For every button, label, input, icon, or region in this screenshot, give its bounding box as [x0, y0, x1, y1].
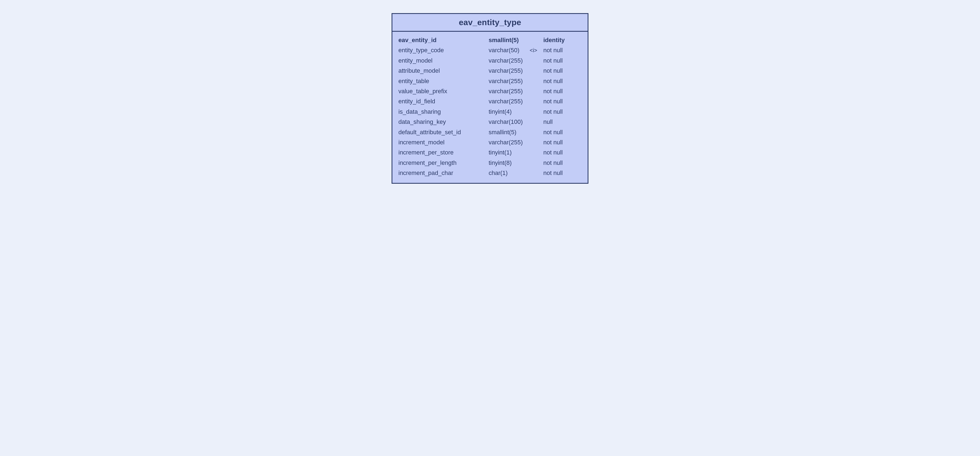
db-column-type: varchar(100)	[488, 117, 530, 127]
db-column-type: char(1)	[488, 168, 530, 178]
db-column-name: entity_id_field	[398, 96, 488, 106]
db-column-name: increment_per_store	[398, 147, 488, 157]
db-column-nullability: not null	[543, 158, 582, 168]
db-column-nullability: not null	[543, 86, 582, 96]
db-column-name: default_attribute_set_id	[398, 127, 488, 137]
db-column-nullability: identity	[543, 35, 582, 45]
db-column-type: varchar(255)	[488, 86, 530, 96]
db-column-name: increment_per_length	[398, 158, 488, 168]
db-column-type: smallint(5)	[488, 127, 530, 137]
db-column-name: entity_type_code	[398, 45, 488, 55]
db-column-name: eav_entity_id	[398, 35, 488, 45]
db-column-row: increment_pad_char char(1) not null	[398, 168, 582, 178]
db-column-row: entity_type_code varchar(50) <i> not nul…	[398, 45, 582, 55]
db-column-name: increment_model	[398, 137, 488, 147]
db-column-name: entity_table	[398, 76, 488, 86]
db-column-row: data_sharing_key varchar(100) null	[398, 117, 582, 127]
db-column-row: is_data_sharing tinyint(4) not null	[398, 106, 582, 117]
db-column-nullability: not null	[543, 168, 582, 178]
db-column-type: varchar(255)	[488, 137, 530, 147]
db-column-type: varchar(255)	[488, 76, 530, 86]
db-column-row: entity_table varchar(255) not null	[398, 76, 582, 86]
db-column-row: increment_per_store tinyint(1) not null	[398, 147, 582, 157]
db-column-row: entity_model varchar(255) not null	[398, 56, 582, 66]
db-column-nullability: not null	[543, 66, 582, 76]
db-column-nullability: not null	[543, 56, 582, 66]
db-column-row-pk: eav_entity_id smallint(5) identity	[398, 35, 582, 45]
db-table-title: eav_entity_type	[392, 14, 588, 32]
db-column-row: entity_id_field varchar(255) not null	[398, 96, 582, 106]
db-column-row: increment_per_length tinyint(8) not null	[398, 158, 582, 168]
db-column-name: entity_model	[398, 56, 488, 66]
db-column-type: varchar(255)	[488, 66, 530, 76]
db-column-nullability: not null	[543, 45, 582, 55]
db-column-nullability: not null	[543, 137, 582, 147]
db-column-type: tinyint(1)	[488, 147, 530, 157]
db-column-type: varchar(50)	[488, 45, 530, 55]
db-column-type: varchar(255)	[488, 56, 530, 66]
db-column-nullability: not null	[543, 127, 582, 137]
db-column-row: attribute_model varchar(255) not null	[398, 66, 582, 76]
db-column-type: varchar(255)	[488, 96, 530, 106]
db-column-type: tinyint(8)	[488, 158, 530, 168]
db-column-nullability: not null	[543, 96, 582, 106]
db-column-name: value_table_prefix	[398, 86, 488, 96]
db-table-columns: eav_entity_id smallint(5) identity entit…	[392, 32, 588, 183]
db-column-nullability: null	[543, 117, 582, 127]
db-column-nullability: not null	[543, 147, 582, 157]
db-column-name: is_data_sharing	[398, 106, 488, 117]
db-column-index-marker: <i>	[530, 46, 543, 55]
db-table-card: eav_entity_type eav_entity_id smallint(5…	[391, 13, 589, 184]
db-column-type: tinyint(4)	[488, 106, 530, 117]
db-column-nullability: not null	[543, 106, 582, 117]
diagram-canvas: eav_entity_type eav_entity_id smallint(5…	[0, 0, 980, 456]
db-column-row: default_attribute_set_id smallint(5) not…	[398, 127, 582, 137]
db-column-name: data_sharing_key	[398, 117, 488, 127]
db-column-row: increment_model varchar(255) not null	[398, 137, 582, 147]
db-column-nullability: not null	[543, 76, 582, 86]
db-column-type: smallint(5)	[488, 35, 530, 45]
db-column-row: value_table_prefix varchar(255) not null	[398, 86, 582, 96]
db-column-name: increment_pad_char	[398, 168, 488, 178]
db-column-name: attribute_model	[398, 66, 488, 76]
